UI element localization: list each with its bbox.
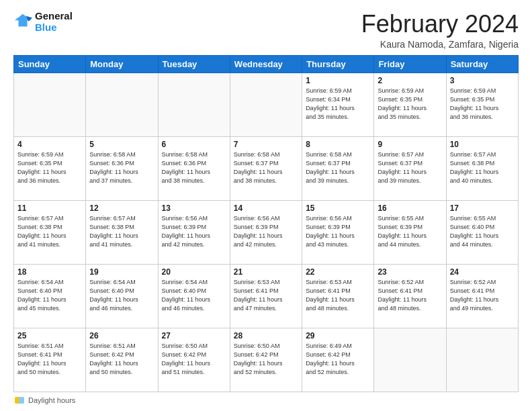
day-number: 15 xyxy=(306,203,370,213)
calendar-cell: 7Sunrise: 6:58 AM Sunset: 6:37 PM Daylig… xyxy=(230,136,302,200)
day-info: Sunrise: 6:56 AM Sunset: 6:39 PM Dayligh… xyxy=(234,214,298,249)
day-info: Sunrise: 6:59 AM Sunset: 6:34 PM Dayligh… xyxy=(306,87,370,122)
calendar-cell: 18Sunrise: 6:54 AM Sunset: 6:40 PM Dayli… xyxy=(14,264,86,328)
day-info: Sunrise: 6:49 AM Sunset: 6:42 PM Dayligh… xyxy=(306,342,370,377)
calendar-cell: 23Sunrise: 6:52 AM Sunset: 6:41 PM Dayli… xyxy=(374,264,446,328)
calendar-table: SundayMondayTuesdayWednesdayThursdayFrid… xyxy=(13,55,519,392)
day-number: 8 xyxy=(306,140,370,149)
day-info: Sunrise: 6:55 AM Sunset: 6:40 PM Dayligh… xyxy=(450,214,515,249)
day-info: Sunrise: 6:53 AM Sunset: 6:41 PM Dayligh… xyxy=(234,278,298,313)
day-info: Sunrise: 6:57 AM Sunset: 6:38 PM Dayligh… xyxy=(89,214,154,249)
footer-label: Daylight hours xyxy=(28,396,75,404)
day-number: 12 xyxy=(89,203,154,213)
day-info: Sunrise: 6:52 AM Sunset: 6:41 PM Dayligh… xyxy=(378,278,442,313)
day-number: 25 xyxy=(17,331,82,340)
day-number: 7 xyxy=(234,140,298,149)
page-subtitle: Kaura Namoda, Zamfara, Nigeria xyxy=(361,39,519,50)
day-number: 1 xyxy=(306,76,370,85)
day-number: 4 xyxy=(17,140,82,149)
day-info: Sunrise: 6:54 AM Sunset: 6:40 PM Dayligh… xyxy=(162,278,226,313)
day-info: Sunrise: 6:58 AM Sunset: 6:37 PM Dayligh… xyxy=(234,150,298,185)
calendar-cell: 26Sunrise: 6:51 AM Sunset: 6:42 PM Dayli… xyxy=(86,328,158,392)
day-info: Sunrise: 6:59 AM Sunset: 6:35 PM Dayligh… xyxy=(378,87,442,122)
calendar-cell: 20Sunrise: 6:54 AM Sunset: 6:40 PM Dayli… xyxy=(158,264,230,328)
logo: General Blue xyxy=(13,11,73,33)
day-number: 26 xyxy=(89,331,154,340)
calendar-cell: 1Sunrise: 6:59 AM Sunset: 6:34 PM Daylig… xyxy=(302,73,374,136)
calendar-week-5: 25Sunrise: 6:51 AM Sunset: 6:41 PM Dayli… xyxy=(14,328,519,392)
weekday-header-saturday: Saturday xyxy=(446,55,518,73)
day-info: Sunrise: 6:58 AM Sunset: 6:36 PM Dayligh… xyxy=(89,150,154,185)
calendar-cell: 14Sunrise: 6:56 AM Sunset: 6:39 PM Dayli… xyxy=(230,200,302,264)
page-title: February 2024 xyxy=(361,11,519,38)
day-number: 28 xyxy=(234,331,298,340)
day-number: 23 xyxy=(378,267,442,277)
calendar-cell xyxy=(14,73,86,136)
calendar-cell xyxy=(86,73,158,136)
day-info: Sunrise: 6:54 AM Sunset: 6:40 PM Dayligh… xyxy=(17,278,82,313)
day-number: 22 xyxy=(306,267,370,277)
calendar-header-row: SundayMondayTuesdayWednesdayThursdayFrid… xyxy=(14,55,519,73)
day-info: Sunrise: 6:52 AM Sunset: 6:41 PM Dayligh… xyxy=(450,278,515,313)
calendar-cell xyxy=(230,73,302,136)
day-info: Sunrise: 6:50 AM Sunset: 6:42 PM Dayligh… xyxy=(234,342,298,377)
day-info: Sunrise: 6:53 AM Sunset: 6:41 PM Dayligh… xyxy=(306,278,370,313)
day-number: 14 xyxy=(234,203,298,213)
calendar-cell: 28Sunrise: 6:50 AM Sunset: 6:42 PM Dayli… xyxy=(230,328,302,392)
day-info: Sunrise: 6:59 AM Sunset: 6:35 PM Dayligh… xyxy=(450,87,515,122)
day-number: 9 xyxy=(378,140,442,149)
calendar-cell: 27Sunrise: 6:50 AM Sunset: 6:42 PM Dayli… xyxy=(158,328,230,392)
day-info: Sunrise: 6:57 AM Sunset: 6:37 PM Dayligh… xyxy=(378,150,442,185)
calendar-cell: 6Sunrise: 6:58 AM Sunset: 6:36 PM Daylig… xyxy=(158,136,230,200)
calendar-week-4: 18Sunrise: 6:54 AM Sunset: 6:40 PM Dayli… xyxy=(14,264,519,328)
calendar-cell: 22Sunrise: 6:53 AM Sunset: 6:41 PM Dayli… xyxy=(302,264,374,328)
calendar-cell: 5Sunrise: 6:58 AM Sunset: 6:36 PM Daylig… xyxy=(86,136,158,200)
logo-icon xyxy=(13,13,32,32)
calendar-cell: 10Sunrise: 6:57 AM Sunset: 6:38 PM Dayli… xyxy=(446,136,518,200)
day-number: 21 xyxy=(234,267,298,277)
day-info: Sunrise: 6:55 AM Sunset: 6:39 PM Dayligh… xyxy=(378,214,442,249)
calendar-cell xyxy=(374,328,446,392)
day-info: Sunrise: 6:51 AM Sunset: 6:41 PM Dayligh… xyxy=(17,342,82,377)
daylight-icon xyxy=(15,397,24,404)
calendar-cell: 24Sunrise: 6:52 AM Sunset: 6:41 PM Dayli… xyxy=(446,264,518,328)
day-number: 24 xyxy=(450,267,515,277)
calendar-cell: 9Sunrise: 6:57 AM Sunset: 6:37 PM Daylig… xyxy=(374,136,446,200)
calendar-cell xyxy=(446,328,518,392)
day-info: Sunrise: 6:50 AM Sunset: 6:42 PM Dayligh… xyxy=(162,342,226,377)
calendar-week-3: 11Sunrise: 6:57 AM Sunset: 6:38 PM Dayli… xyxy=(14,200,519,264)
day-info: Sunrise: 6:59 AM Sunset: 6:35 PM Dayligh… xyxy=(17,150,82,185)
day-number: 3 xyxy=(450,76,515,85)
calendar-cell: 12Sunrise: 6:57 AM Sunset: 6:38 PM Dayli… xyxy=(86,200,158,264)
day-info: Sunrise: 6:54 AM Sunset: 6:40 PM Dayligh… xyxy=(89,278,154,313)
calendar-cell xyxy=(158,73,230,136)
day-number: 16 xyxy=(378,203,442,213)
weekday-header-thursday: Thursday xyxy=(302,55,374,73)
weekday-header-sunday: Sunday xyxy=(14,55,86,73)
day-info: Sunrise: 6:51 AM Sunset: 6:42 PM Dayligh… xyxy=(89,342,154,377)
day-info: Sunrise: 6:58 AM Sunset: 6:36 PM Dayligh… xyxy=(162,150,226,185)
day-number: 19 xyxy=(89,267,154,277)
day-number: 6 xyxy=(162,140,226,149)
day-number: 20 xyxy=(162,267,226,277)
calendar-cell: 25Sunrise: 6:51 AM Sunset: 6:41 PM Dayli… xyxy=(14,328,86,392)
calendar-cell: 3Sunrise: 6:59 AM Sunset: 6:35 PM Daylig… xyxy=(446,73,518,136)
calendar-cell: 16Sunrise: 6:55 AM Sunset: 6:39 PM Dayli… xyxy=(374,200,446,264)
day-number: 29 xyxy=(306,331,370,340)
day-info: Sunrise: 6:56 AM Sunset: 6:39 PM Dayligh… xyxy=(162,214,226,249)
day-info: Sunrise: 6:58 AM Sunset: 6:37 PM Dayligh… xyxy=(306,150,370,185)
day-number: 10 xyxy=(450,140,515,149)
day-number: 2 xyxy=(378,76,442,85)
calendar-cell: 11Sunrise: 6:57 AM Sunset: 6:38 PM Dayli… xyxy=(14,200,86,264)
weekday-header-monday: Monday xyxy=(86,55,158,73)
calendar-footer: Daylight hours xyxy=(13,396,519,404)
day-info: Sunrise: 6:57 AM Sunset: 6:38 PM Dayligh… xyxy=(450,150,515,185)
day-number: 18 xyxy=(17,267,82,277)
logo-text: General Blue xyxy=(35,11,73,33)
title-block: February 2024 Kaura Namoda, Zamfara, Nig… xyxy=(361,11,519,50)
day-number: 5 xyxy=(89,140,154,149)
calendar-cell: 4Sunrise: 6:59 AM Sunset: 6:35 PM Daylig… xyxy=(14,136,86,200)
day-number: 27 xyxy=(162,331,226,340)
weekday-header-wednesday: Wednesday xyxy=(230,55,302,73)
calendar-cell: 2Sunrise: 6:59 AM Sunset: 6:35 PM Daylig… xyxy=(374,73,446,136)
